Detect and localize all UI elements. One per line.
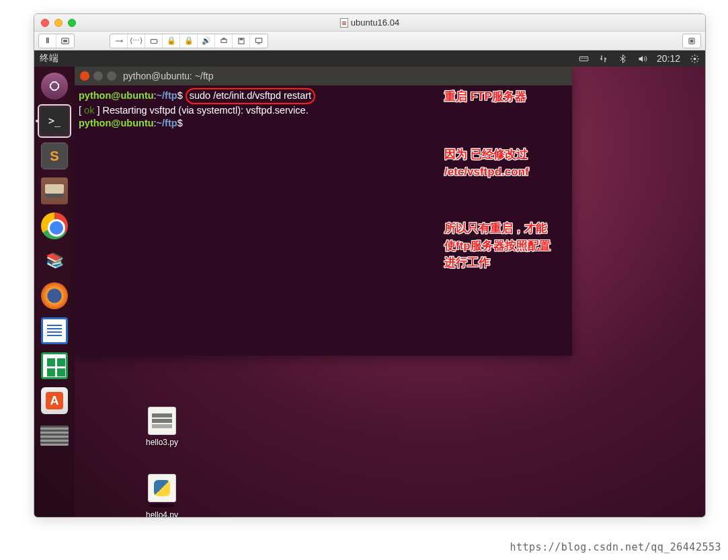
sound-indicator[interactable] xyxy=(637,54,647,64)
fullscreen-button[interactable] xyxy=(683,34,700,48)
svg-rect-12 xyxy=(583,58,583,58)
svg-rect-1 xyxy=(63,40,67,42)
terminal-title-text: python@ubuntu: ~/ftp xyxy=(123,71,213,81)
sound-button[interactable]: 🔊 xyxy=(198,34,215,48)
svg-rect-9 xyxy=(690,39,694,42)
mac-titlebar[interactable]: ubuntu16.04 xyxy=(34,14,705,32)
annotation: 所以只有重启，才能使ftp服务器按照配置进行工作 xyxy=(444,220,552,272)
launcher-chrome[interactable] xyxy=(38,209,71,243)
file-name: hello3.py xyxy=(146,438,178,447)
svg-rect-2 xyxy=(151,39,157,43)
system-menu-icon[interactable] xyxy=(690,54,700,64)
gnome-top-panel: 终端 20:12 xyxy=(34,50,705,67)
desktop-file[interactable]: hello3.py xyxy=(135,407,189,447)
python-file-icon xyxy=(148,474,176,502)
file-name: hello4.py xyxy=(146,510,178,517)
svg-rect-11 xyxy=(581,58,581,58)
watermark: https://blog.csdn.net/qq_26442553 xyxy=(510,541,721,553)
network-indicator[interactable] xyxy=(598,54,608,64)
launcher-firefox[interactable] xyxy=(38,279,71,313)
icon-shadow xyxy=(149,504,175,508)
pause-button[interactable]: Ⅱ xyxy=(39,34,56,48)
svg-rect-4 xyxy=(222,38,225,39)
display-button[interactable] xyxy=(250,34,268,48)
keyboard-indicator[interactable] xyxy=(579,54,589,64)
mac-window: ubuntu16.04 Ⅱ ⟨⋯⟩ 🔒 🔒 🔊 终端 xyxy=(34,13,706,518)
launcher-book[interactable]: 📚 xyxy=(38,244,71,278)
svg-rect-6 xyxy=(239,38,243,40)
lock1-button[interactable]: 🔒 xyxy=(163,34,180,48)
traffic-lights xyxy=(41,19,76,27)
terminal-titlebar[interactable]: python@ubuntu: ~/ftp xyxy=(75,67,572,85)
launcher-stack[interactable] xyxy=(38,419,71,452)
launcher-software[interactable] xyxy=(38,384,71,417)
annotation: 因为 已经修改过 /etc/vsftpd.conf xyxy=(444,146,545,180)
network-button[interactable]: ⟨⋯⟩ xyxy=(128,34,145,48)
floppy-button[interactable] xyxy=(233,34,250,48)
launcher-calc[interactable] xyxy=(38,349,71,383)
unity-launcher: >_ S 📚 xyxy=(34,67,75,517)
snapshot-button[interactable] xyxy=(56,34,74,48)
document-icon xyxy=(340,18,348,28)
active-app-menu[interactable]: 终端 xyxy=(40,52,58,65)
terminal-line: python@ubuntu:~/ftp$ xyxy=(79,117,568,130)
file-icon xyxy=(148,407,176,435)
window-title-text: ubuntu16.04 xyxy=(351,17,399,28)
svg-point-15 xyxy=(694,57,696,60)
svg-rect-7 xyxy=(255,38,261,42)
svg-rect-14 xyxy=(586,58,587,58)
printer-button[interactable] xyxy=(215,34,233,48)
window-title: ubuntu16.04 xyxy=(340,17,399,28)
terminal-close-button[interactable] xyxy=(80,71,89,81)
vm-screen: 终端 20:12 >_ S 📚 xyxy=(34,50,705,517)
disk-button[interactable] xyxy=(145,34,163,48)
desktop-file[interactable]: hello4.py xyxy=(135,474,189,517)
lock2-button[interactable]: 🔒 xyxy=(180,34,198,48)
launcher-writer[interactable] xyxy=(38,314,71,348)
svg-rect-13 xyxy=(584,58,585,58)
launcher-files[interactable] xyxy=(38,174,71,208)
zoom-button[interactable] xyxy=(68,19,76,27)
launcher-dash[interactable] xyxy=(38,69,71,103)
minimize-button[interactable] xyxy=(54,19,63,27)
launcher-sublime[interactable]: S xyxy=(38,139,71,173)
terminal-window[interactable]: python@ubuntu: ~/ftp python@ubuntu:~/ftp… xyxy=(75,67,572,356)
desktop-files: hello3.py hello4.py xyxy=(135,407,189,517)
launcher-terminal[interactable]: >_ xyxy=(38,104,71,138)
terminal-body[interactable]: python@ubuntu:~/ftp$ sudo /etc/init.d/vs… xyxy=(75,85,572,133)
terminal-minimize-button[interactable] xyxy=(93,71,103,81)
terminal-window-controls xyxy=(80,71,116,81)
close-button[interactable] xyxy=(41,19,49,27)
vm-toolbar: Ⅱ ⟨⋯⟩ 🔒 🔒 🔊 xyxy=(34,32,705,50)
bluetooth-indicator[interactable] xyxy=(618,54,628,64)
svg-rect-3 xyxy=(220,39,226,42)
annotation: 重启 FTP服务器 xyxy=(444,88,538,106)
highlighted-command: sudo /etc/init.d/vsftpd restart xyxy=(186,88,315,104)
terminal-line: [ ok ] Restarting vsftpd (via systemctl)… xyxy=(79,104,568,118)
settings-button[interactable] xyxy=(110,34,128,48)
clock[interactable]: 20:12 xyxy=(657,53,680,64)
terminal-maximize-button[interactable] xyxy=(107,71,116,81)
